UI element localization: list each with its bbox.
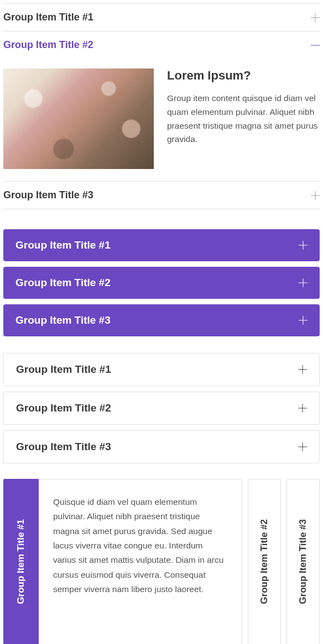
content-text: Lorem Ipsum? Group item content quisque … xyxy=(167,68,320,169)
accordion-plain: Group Item Title #1 Group Item Title #2 … xyxy=(3,3,320,209)
plus-icon xyxy=(298,442,307,451)
plus-icon xyxy=(298,365,307,374)
accordion-header[interactable]: Group Item Title #3 xyxy=(3,304,320,336)
accordion-title: Group Item Title #2 xyxy=(16,402,111,414)
accordion-title: Group Item Title #3 xyxy=(3,189,93,201)
vertical-tab[interactable]: Group Item Title #1 xyxy=(3,479,39,644)
plus-icon xyxy=(299,316,308,325)
accordion-title: Group Item Title #1 xyxy=(15,239,111,251)
accordion-header[interactable]: Group Item Title #2 xyxy=(3,267,320,299)
plus-icon xyxy=(299,278,308,287)
accordion-item: Group Item Title #3 xyxy=(3,430,320,463)
accordion-item: Group Item Title #2 xyxy=(3,267,320,299)
accordion-title: Group Item Title #1 xyxy=(3,12,93,23)
accordion-title: Group Item Title #3 xyxy=(15,314,111,326)
accordion-filled: Group Item Title #1 Group Item Title #2 … xyxy=(3,229,320,336)
content-paragraph: Group item content quisque id diam vel q… xyxy=(167,92,320,146)
accordion-header[interactable]: Group Item Title #2 xyxy=(3,31,320,59)
accordion-title: Group Item Title #2 xyxy=(15,277,111,289)
accordion-header[interactable]: Group Item Title #3 xyxy=(4,431,319,463)
vertical-tab[interactable]: Group Item Title #2 xyxy=(248,479,281,644)
plus-icon xyxy=(299,241,308,250)
vertical-tab[interactable]: Group Item Title #3 xyxy=(286,479,320,644)
accordion-header[interactable]: Group Item Title #1 xyxy=(3,4,320,31)
vertical-tab-title: Group Item Title #1 xyxy=(15,519,27,604)
accordion-header[interactable]: Group Item Title #3 xyxy=(3,182,320,209)
plus-icon xyxy=(298,404,307,413)
accordion-item: Group Item Title #2 xyxy=(3,392,320,425)
minus-icon xyxy=(311,41,320,50)
accordion-header[interactable]: Group Item Title #1 xyxy=(3,229,320,261)
accordion-header[interactable]: Group Item Title #1 xyxy=(4,353,319,386)
accordion-item: Group Item Title #1 xyxy=(3,3,320,31)
content-heading: Lorem Ipsum? xyxy=(167,68,320,83)
accordion-title: Group Item Title #1 xyxy=(16,363,111,376)
plus-icon xyxy=(311,191,320,200)
vertical-tab-title: Group Item Title #2 xyxy=(259,519,270,604)
accordion-body: Lorem Ipsum? Group item content quisque … xyxy=(3,59,320,181)
accordion-title: Group Item Title #2 xyxy=(3,39,93,51)
accordion-item: Group Item Title #1 xyxy=(3,353,320,386)
accordion-item: Group Item Title #2 Lorem Ipsum? Group i… xyxy=(3,31,320,182)
accordion-bordered: Group Item Title #1 Group Item Title #2 … xyxy=(3,353,320,463)
accordion-item: Group Item Title #3 xyxy=(3,304,320,336)
vertical-tab-panel: Quisque id diam vel quam elementum pulvi… xyxy=(39,479,242,644)
vertical-tab-title: Group Item Title #3 xyxy=(298,519,309,604)
accordion-header[interactable]: Group Item Title #2 xyxy=(4,392,319,424)
panel-text: Quisque id diam vel quam elementum pulvi… xyxy=(53,497,223,594)
vertical-tabs: Group Item Title #1 Quisque id diam vel … xyxy=(3,479,320,644)
accordion-item: Group Item Title #3 xyxy=(3,182,320,209)
accordion-title: Group Item Title #3 xyxy=(16,441,111,453)
content-image xyxy=(3,68,154,169)
accordion-item: Group Item Title #1 xyxy=(3,229,320,261)
plus-icon xyxy=(311,13,320,22)
